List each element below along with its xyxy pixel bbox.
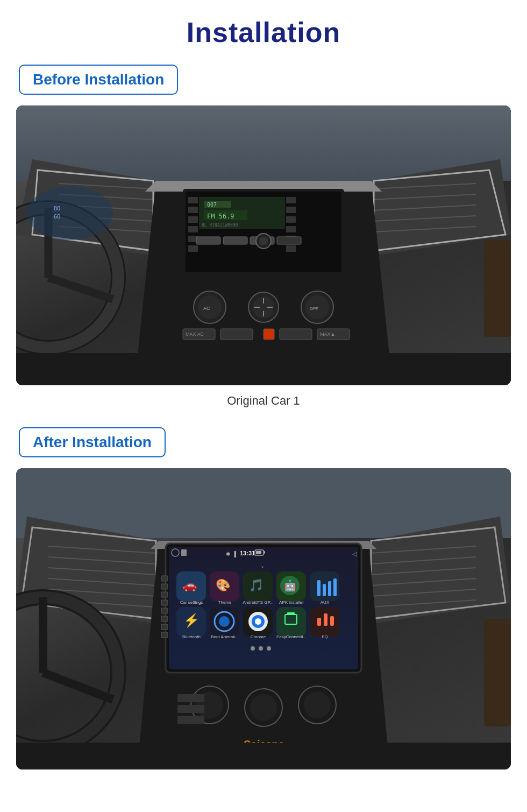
svg-rect-30: [188, 226, 198, 232]
svg-rect-27: [188, 197, 198, 203]
svg-rect-33: [286, 197, 296, 203]
svg-text:🤖: 🤖: [283, 579, 297, 592]
svg-rect-167: [161, 624, 168, 630]
svg-rect-125: [333, 578, 337, 596]
svg-text:Car settings: Car settings: [180, 600, 203, 605]
svg-rect-39: [196, 237, 220, 244]
svg-text:EQ: EQ: [322, 634, 328, 639]
svg-rect-123: [323, 584, 326, 596]
svg-text:BL RT8A21W0000: BL RT8A21W0000: [202, 223, 238, 228]
svg-point-44: [259, 237, 268, 245]
svg-text:APK installer: APK installer: [279, 600, 304, 605]
svg-text:AndroidTS GP...: AndroidTS GP...: [243, 600, 273, 605]
svg-point-132: [219, 616, 230, 627]
svg-text:60: 60: [54, 213, 60, 220]
svg-point-159: [304, 691, 331, 718]
svg-point-157: [250, 694, 277, 721]
svg-point-149: [259, 646, 263, 651]
svg-text:Chrome: Chrome: [251, 634, 266, 639]
svg-rect-122: [317, 580, 321, 596]
svg-rect-163: [161, 592, 168, 597]
svg-rect-38: [286, 245, 296, 252]
svg-point-137: [255, 618, 261, 625]
svg-rect-174: [16, 743, 511, 769]
svg-rect-99: [181, 549, 187, 556]
after-installation-image: ✱ ▐ 13:31 ◁ ⌄ 🚗 Car settings 🎨 Theme 🎵 A…: [16, 468, 511, 769]
svg-text:✱: ✱: [226, 551, 230, 557]
svg-text:AC: AC: [203, 306, 210, 311]
svg-rect-144: [317, 618, 321, 626]
svg-text:MAX AC: MAX AC: [186, 331, 204, 337]
svg-text:OFF: OFF: [310, 306, 318, 311]
svg-rect-173: [484, 619, 511, 726]
svg-rect-72: [484, 240, 511, 337]
svg-text:13:31: 13:31: [240, 550, 255, 556]
svg-text:80: 80: [54, 205, 60, 211]
svg-rect-162: [161, 584, 168, 589]
svg-rect-73: [16, 353, 511, 385]
svg-text:Bluetooth: Bluetooth: [182, 634, 201, 639]
svg-text:🚗: 🚗: [182, 578, 197, 592]
svg-rect-155: [177, 716, 204, 724]
svg-rect-146: [330, 616, 334, 626]
svg-rect-59: [220, 329, 253, 340]
page-title: Installation: [187, 16, 340, 48]
svg-text:007: 007: [207, 202, 217, 208]
svg-rect-154: [177, 705, 204, 713]
svg-rect-161: [161, 576, 168, 581]
svg-text:🎨: 🎨: [216, 578, 231, 592]
svg-text:🎵: 🎵: [249, 578, 264, 592]
svg-text:Boot Animati...: Boot Animati...: [211, 634, 239, 639]
svg-rect-104: [256, 551, 261, 554]
svg-rect-145: [324, 613, 327, 626]
svg-rect-61: [280, 329, 312, 340]
svg-text:FM 56.9: FM 56.9: [207, 213, 234, 220]
svg-rect-164: [161, 600, 168, 605]
svg-rect-141: [287, 612, 295, 615]
svg-rect-29: [188, 216, 198, 223]
svg-rect-153: [177, 694, 204, 702]
svg-rect-36: [286, 226, 296, 232]
svg-rect-40: [223, 237, 247, 244]
svg-text:▐: ▐: [232, 550, 237, 558]
svg-text:Theme: Theme: [218, 600, 232, 605]
svg-text:AUX: AUX: [321, 600, 330, 605]
svg-text:EasyConnecti...: EasyConnecti...: [276, 634, 307, 639]
after-installation-badge: After Installation: [19, 427, 166, 457]
svg-rect-60: [264, 329, 274, 340]
svg-rect-32: [188, 245, 198, 252]
svg-point-69: [27, 186, 113, 240]
svg-text:MAX▲: MAX▲: [320, 331, 335, 337]
svg-text:⚡: ⚡: [183, 612, 200, 628]
before-installation-image: 007 FM 56.9 BL RT8A21W0000: [16, 105, 511, 385]
before-installation-badge: Before Installation: [19, 65, 178, 95]
before-installation-caption: Original Car 1: [227, 394, 300, 408]
svg-rect-139: [276, 607, 306, 637]
svg-rect-105: [264, 551, 265, 554]
svg-text:◁: ◁: [352, 550, 357, 557]
svg-rect-42: [277, 237, 301, 244]
svg-rect-166: [161, 616, 168, 622]
svg-point-148: [251, 646, 255, 651]
svg-rect-35: [286, 216, 296, 223]
svg-rect-34: [286, 207, 296, 213]
svg-rect-28: [188, 207, 198, 213]
svg-rect-165: [161, 608, 168, 613]
svg-rect-124: [328, 581, 331, 596]
svg-text:⌄: ⌄: [260, 563, 265, 569]
svg-point-150: [267, 646, 271, 651]
svg-rect-168: [161, 632, 168, 638]
